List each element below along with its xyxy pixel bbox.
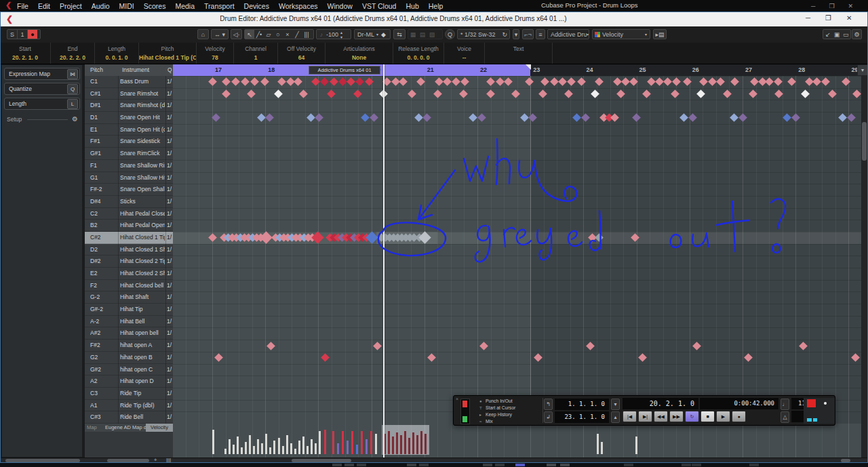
menu-edit[interactable]: Edit [38,2,50,10]
drum-row-g-2[interactable]: G-2Hihat Shaft1/ [85,291,173,304]
note-diamond[interactable] [443,77,452,86]
quantize-dropdown-icon[interactable]: ▾ [513,29,519,39]
note-diamond[interactable] [222,89,231,98]
maximize-button[interactable]: ❒ [829,3,834,9]
instrument-column-header[interactable]: Instrument [122,66,149,73]
setup-gear-icon[interactable]: ⚙ [72,115,78,124]
note-diamond[interactable] [361,114,370,123]
vertical-scroll-thumb[interactable] [862,122,867,161]
menu-transport[interactable]: Transport [204,2,235,10]
info-field-release-length[interactable]: Release Length0. 0. 0. 0 [393,43,444,64]
drum-row-f2[interactable]: F2Hihat Closed bell1/ [85,280,173,292]
inspector-section-expression-map[interactable]: Expression Map⋈ [4,68,80,80]
home-icon[interactable]: ⌂ [197,29,209,39]
drum-row-d1[interactable]: D1Snare Open Hit1/ [85,112,173,124]
menu-media[interactable]: Media [175,2,195,10]
drum-row-a1[interactable]: A1Ride Tip (dbl)1/ [85,400,173,412]
note-diamond[interactable] [330,77,338,86]
drumstick-tool[interactable]: ╱• [254,31,264,38]
note-diamond[interactable] [347,77,355,86]
note-diamond[interactable] [241,77,250,86]
note-diamond[interactable] [299,89,308,98]
insert-velocity-group[interactable]: ♪ ‑ 100 ▴▾ [316,29,351,39]
play-button[interactable]: ▶ [716,411,730,422]
velocity-bar[interactable] [253,446,255,454]
menu-vst-cloud[interactable]: VST Cloud [362,2,397,10]
info-value[interactable]: 1 [234,54,277,61]
velocity-bar[interactable] [361,431,363,454]
info-field-velocity[interactable]: Velocity78 [197,43,234,64]
menu-midi[interactable]: MIDI [119,2,134,10]
note-diamond[interactable] [257,114,266,123]
object-selection-tool[interactable]: ↖ [245,30,254,39]
metronome-button[interactable]: △ [781,411,789,423]
note-diamond[interactable] [307,114,315,123]
drum-row-a2[interactable]: A2Hihat open D1/ [85,375,173,388]
velocity-bar[interactable] [366,439,368,454]
left-locator-display[interactable]: 1. 1. 1. 0 [555,399,609,410]
drum-row-ds4[interactable]: D#4Sticks1/ [85,196,173,208]
velocity-bar[interactable] [307,446,309,454]
velocity-bar[interactable] [237,436,239,454]
velocity-bar[interactable] [425,434,427,454]
note-diamond[interactable] [247,89,256,98]
lane-tab-velocity[interactable]: Velocity [146,424,173,432]
note-diamond[interactable] [511,89,520,98]
velocity-bar[interactable] [597,434,599,454]
note-diamond[interactable] [433,89,442,98]
velocity-bar[interactable] [635,436,637,454]
drum-row-a-2[interactable]: A-2Hihat Bell1/ [85,316,173,328]
velocity-lane[interactable] [173,424,861,458]
note-diamond[interactable] [408,89,416,98]
part-indicator[interactable]: 1 [18,30,28,39]
velocity-bar[interactable] [298,441,300,454]
drum-row-e1[interactable]: E1Snare Open Hit (dt1/ [85,124,173,136]
show-lanes-icon[interactable]: ▭ [842,31,850,38]
velocity-bar[interactable] [249,435,251,454]
velocity-bar[interactable] [294,449,296,454]
show-panes-icon[interactable]: ▣ [832,31,841,38]
drum-map-selector[interactable]: Addictive Drum ▾ [547,29,589,39]
velocity-bar[interactable] [212,430,214,454]
velocity-bar[interactable] [370,431,372,454]
note-diamond[interactable] [477,114,486,123]
length-icon[interactable]: L [67,99,78,109]
minimize-button[interactable]: ─ [811,3,815,9]
transport-close-left-icon[interactable]: × [456,397,458,401]
position-bars-display[interactable]: 20. 2. 1. 0 [623,398,698,409]
note-diamond[interactable] [427,353,436,362]
velocity-bar[interactable] [311,439,313,454]
velocity-bar[interactable] [337,443,339,454]
quantize-q-button[interactable]: Q [445,29,455,39]
forward-button[interactable]: ▶▶ [669,411,684,422]
note-diamond[interactable] [265,114,274,123]
grid-scroll-thumb[interactable] [292,459,351,462]
info-field-off-velocity[interactable]: Off Velocity64 [278,43,326,64]
quantize-column-header[interactable]: Q [167,66,172,73]
note-diamond[interactable] [250,77,259,86]
position-time-display[interactable]: 0:00:42.000 [700,398,778,409]
velocity-bar[interactable] [375,434,377,454]
menu-hub[interactable]: Hub [406,2,418,10]
record-button[interactable]: ● [732,411,746,422]
velocity-bar[interactable] [257,439,259,454]
note-diamond[interactable] [286,77,295,86]
note-diamond[interactable] [260,77,269,86]
auto-scroll-icon[interactable]: ⇆ [393,29,406,39]
velocity-bar[interactable] [233,445,235,454]
velocity-bar[interactable] [404,431,406,454]
tempo-track-button[interactable]: ♩ [781,399,789,410]
expression-map-icon[interactable]: ⋈ [67,69,78,79]
inspector-section-quantize[interactable]: QuantizeQ [4,83,80,95]
velocity-bar[interactable] [351,431,353,454]
note-diamond[interactable] [459,89,468,98]
vertical-scrollbar[interactable] [861,76,868,458]
transport-option-keep-history[interactable]: ▸Keep History [478,411,542,418]
info-value[interactable]: 20. 2. 2. 0 [51,54,94,61]
grid-match-icon[interactable]: ▤ [418,31,427,38]
velocity-bar[interactable] [412,432,414,454]
editor-close-button[interactable]: ✕ [846,14,852,22]
step-input-icon[interactable]: ⌐¬ [522,29,534,39]
event-colors-selector[interactable]: Velocity ▾ [592,29,650,39]
note-diamond[interactable] [222,77,231,86]
